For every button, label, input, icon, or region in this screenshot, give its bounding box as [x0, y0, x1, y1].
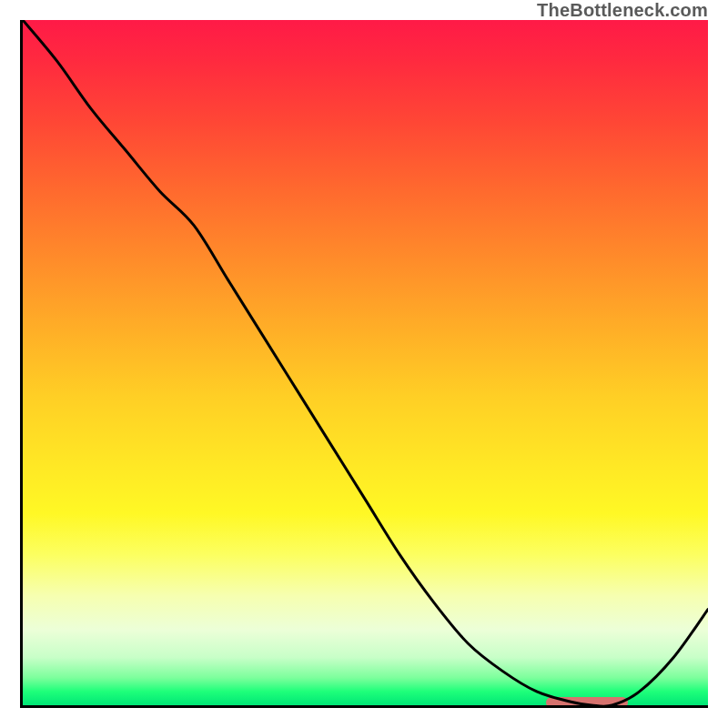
chart-container: TheBottleneck.com: [0, 0, 728, 728]
optimal-range-marker: [546, 697, 629, 708]
plot-area: [20, 20, 708, 708]
gradient-background: [23, 20, 708, 705]
watermark-text: TheBottleneck.com: [537, 0, 708, 21]
